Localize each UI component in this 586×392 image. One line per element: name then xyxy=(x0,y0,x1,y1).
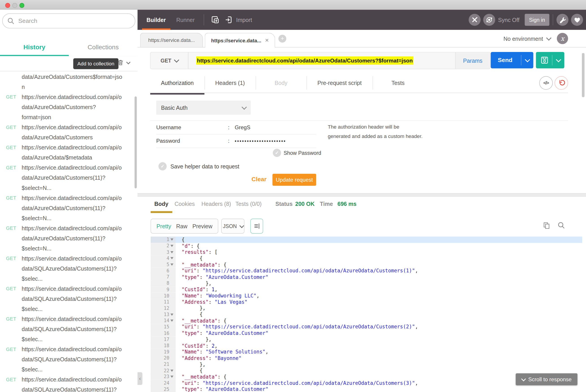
close-tab-icon[interactable]: × xyxy=(265,36,269,44)
fold-arrow-icon[interactable] xyxy=(170,264,173,266)
line-number[interactable]: 21 xyxy=(150,361,176,368)
line-number[interactable]: 23 xyxy=(150,374,176,380)
zoom-window-button[interactable] xyxy=(20,3,24,8)
history-item[interactable]: GEThttps://service.datadirectcloud.com/a… xyxy=(0,253,138,284)
line-number[interactable]: 3 xyxy=(150,249,176,255)
line-number[interactable]: 2 xyxy=(150,243,176,249)
line-number[interactable]: 17 xyxy=(150,336,176,343)
line-number[interactable]: 7 xyxy=(150,274,176,280)
line-number[interactable]: 13 xyxy=(150,311,176,318)
search-response-button[interactable] xyxy=(558,222,565,230)
history-item[interactable]: data/AzureOdata/Customers$format=jso n xyxy=(0,72,138,92)
line-number[interactable]: 24 xyxy=(150,380,176,386)
sidebar-scrollbar[interactable] xyxy=(135,96,137,188)
line-number[interactable]: 6 xyxy=(150,268,176,274)
tab-history[interactable]: History xyxy=(0,41,69,56)
fold-arrow-icon[interactable] xyxy=(170,320,173,322)
format-dropdown[interactable]: JSON xyxy=(221,218,244,234)
fold-arrow-icon[interactable] xyxy=(170,376,173,378)
line-number[interactable]: 15 xyxy=(150,324,176,330)
fold-arrow-icon[interactable] xyxy=(170,251,173,253)
response-body-code[interactable]: 1{2 "d": {3 "results": [4 {5 "__metadata… xyxy=(150,236,582,392)
main-scrollbar[interactable] xyxy=(582,53,585,97)
add-to-collection-tooltip[interactable]: Add to collection xyxy=(73,58,118,69)
clear-button[interactable]: Clear xyxy=(252,176,266,183)
line-number[interactable]: 10 xyxy=(150,293,176,299)
import-label[interactable]: Import xyxy=(236,16,252,23)
request-tab-2[interactable]: https://service.data...× xyxy=(205,33,275,48)
search-input[interactable] xyxy=(18,17,135,25)
fold-arrow-icon[interactable] xyxy=(170,314,173,316)
auth-type-dropdown[interactable]: Basic Auth xyxy=(156,100,251,115)
proxy-button[interactable] xyxy=(468,14,480,26)
environment-quicklook-button[interactable]: x xyxy=(557,33,568,44)
line-number[interactable]: 4 xyxy=(150,255,176,262)
password-value-masked[interactable]: ••••••••••••••••••••• xyxy=(235,138,286,144)
line-number[interactable]: 11 xyxy=(150,299,176,305)
tab-collections[interactable]: Collections xyxy=(69,41,138,56)
response-tab-tests[interactable]: Tests (0/0) xyxy=(236,196,262,212)
response-tab-cookies[interactable]: Cookies xyxy=(174,196,195,212)
tab-runner[interactable]: Runner xyxy=(171,16,200,23)
tab-authorization[interactable]: Authorization xyxy=(150,72,204,93)
tab-builder[interactable]: Builder xyxy=(141,10,171,30)
history-item[interactable]: GEThttps://service.datadirectcloud.com/a… xyxy=(0,92,138,122)
fold-arrow-icon[interactable] xyxy=(170,238,173,241)
line-number[interactable]: 5 xyxy=(150,262,176,268)
history-item[interactable]: GEThttps://service.datadirectcloud.com/a… xyxy=(0,374,138,392)
line-number[interactable]: 16 xyxy=(150,330,176,336)
search-field[interactable] xyxy=(2,14,135,28)
fold-arrow-icon[interactable] xyxy=(170,245,173,247)
line-number[interactable]: 19 xyxy=(150,349,176,355)
request-tab-1[interactable]: https://service.data... xyxy=(140,33,203,47)
line-number[interactable]: 14 xyxy=(150,318,176,324)
params-button[interactable]: Params xyxy=(455,52,490,69)
favorites-button[interactable] xyxy=(571,14,583,26)
fold-arrow-icon[interactable] xyxy=(170,370,173,372)
history-item[interactable]: GEThttps://service.datadirectcloud.com/a… xyxy=(0,344,138,374)
save-button[interactable] xyxy=(536,52,564,68)
response-tab-headers[interactable]: Headers (8) xyxy=(202,196,231,212)
sign-in-button[interactable]: Sign in xyxy=(524,14,549,26)
send-button[interactable]: Send xyxy=(491,52,533,68)
view-preview[interactable]: Preview xyxy=(192,223,212,229)
close-window-button[interactable] xyxy=(5,3,10,8)
tab-headers[interactable]: Headers (1) xyxy=(204,72,256,93)
new-tab-button[interactable] xyxy=(211,15,220,24)
reset-request-button[interactable] xyxy=(555,76,568,90)
history-item[interactable]: GEThttps://service.datadirectcloud.com/a… xyxy=(0,162,138,193)
update-request-button[interactable]: Update request xyxy=(272,174,316,186)
tab-body[interactable]: Body xyxy=(256,72,306,93)
line-number[interactable]: 12 xyxy=(150,305,176,311)
environment-selector[interactable]: No environment xyxy=(503,30,550,47)
copy-response-button[interactable] xyxy=(542,222,550,231)
history-item[interactable]: GEThttps://service.datadirectcloud.com/a… xyxy=(0,122,138,142)
settings-button[interactable] xyxy=(556,14,568,26)
sync-button[interactable] xyxy=(483,14,495,26)
beautify-button[interactable] xyxy=(250,218,263,234)
username-value[interactable]: GregS xyxy=(235,124,250,130)
history-item[interactable]: GEThttps://service.datadirectcloud.com/a… xyxy=(0,223,138,253)
history-item[interactable]: GEThttps://service.datadirectcloud.com/a… xyxy=(0,284,138,314)
line-number[interactable]: 18 xyxy=(150,342,176,349)
sidebar-collapse-handle[interactable]: ‹ xyxy=(138,372,142,385)
line-number[interactable]: 1 xyxy=(150,236,176,243)
add-tab-button[interactable]: + xyxy=(278,35,286,42)
line-number[interactable]: 8 xyxy=(150,280,176,286)
line-number[interactable]: 25 xyxy=(150,386,176,392)
generate-code-button[interactable]: </> xyxy=(539,76,552,90)
view-pretty[interactable]: Pretty xyxy=(156,223,171,229)
clear-history-button[interactable] xyxy=(117,59,129,66)
show-password-toggle[interactable]: ✓ Show Password xyxy=(273,149,321,157)
line-number[interactable]: 20 xyxy=(150,355,176,361)
url-input[interactable]: https://service.datadirectcloud.com/api/… xyxy=(188,52,455,69)
line-number[interactable]: 9 xyxy=(150,286,176,293)
method-dropdown[interactable]: GET xyxy=(150,52,188,69)
fold-arrow-icon[interactable] xyxy=(170,258,173,260)
history-item[interactable]: GEThttps://service.datadirectcloud.com/a… xyxy=(0,193,138,223)
tab-tests[interactable]: Tests xyxy=(372,72,423,93)
minimize-window-button[interactable] xyxy=(12,3,17,8)
history-item[interactable]: GEThttps://service.datadirectcloud.com/a… xyxy=(0,314,138,344)
history-item[interactable]: GEThttps://service.datadirectcloud.com/a… xyxy=(0,142,138,162)
view-raw[interactable]: Raw xyxy=(176,223,187,229)
